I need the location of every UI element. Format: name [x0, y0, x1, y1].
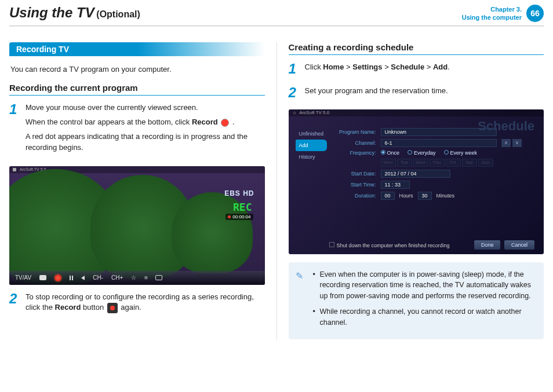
page-title: Using the TV (Optional): [9, 5, 140, 21]
caption-icon[interactable]: [155, 275, 162, 280]
step1-line2: When the control bar appears at the bott…: [26, 117, 265, 128]
ch-minus-button[interactable]: CH-: [93, 274, 103, 281]
step-body: Move your mouse over the currently viewe…: [26, 102, 265, 156]
note-item-1: Even when the computer is in power-savin…: [313, 269, 536, 302]
day-tue[interactable]: Tue: [397, 159, 412, 167]
pause-icon[interactable]: [70, 276, 73, 280]
schedule-body: Unfinished Add History Program Name: Unk…: [296, 128, 535, 200]
subhead-recording-current: Recording the current program: [9, 83, 265, 96]
hours-label: Hours: [399, 193, 413, 199]
done-button[interactable]: Done: [474, 240, 501, 250]
rec-timer: 00:00:04: [225, 214, 253, 220]
subhead-schedule: Creating a recording schedule: [289, 42, 544, 55]
start-time-input[interactable]: 11 : 33: [381, 181, 410, 189]
duration-minutes-input[interactable]: 30: [418, 192, 432, 200]
day-sat[interactable]: Sat: [462, 159, 477, 167]
day-thu[interactable]: Thu: [430, 159, 445, 167]
record-label: Record: [192, 118, 218, 126]
step-number: 2: [289, 86, 299, 100]
schedule-form: Program Name: Unknown Channel: 6-1 ∧ ∨ F…: [333, 128, 535, 200]
channel-input[interactable]: 6-1: [381, 139, 497, 147]
schedule-screenshot: ⌂ ArcSoft TV 5.0 Schedule Unfinished Add…: [289, 109, 544, 254]
home-icon[interactable]: ⌂: [293, 110, 296, 115]
volume-icon[interactable]: [81, 276, 85, 280]
minutes-label: Minutes: [436, 193, 455, 199]
tvav-button[interactable]: TV/AV: [15, 274, 31, 281]
chapter-box: Chapter 3. Using the computer 66: [462, 5, 544, 22]
record-label: Record: [55, 303, 81, 312]
step2-text: To stop recording or to configure the re…: [26, 292, 265, 314]
label-program-name: Program Name:: [333, 129, 376, 135]
freq-once-radio[interactable]: Once: [381, 150, 400, 156]
duration-hours-input[interactable]: 00: [381, 192, 395, 200]
tv-screenshot: ArcSoft TV 5.0 EBS HD REC 00:00:04 TV/AV…: [9, 166, 265, 285]
right-step-2: 2 Set your program and the reservation t…: [289, 86, 544, 100]
page-header: Using the TV (Optional) Chapter 3. Using…: [0, 0, 553, 24]
right-step-1: 1 Click Home > Settings > Schedule > Add…: [289, 62, 544, 76]
page-number-badge: 66: [526, 5, 544, 22]
sched-app-label: ArcSoft TV 5.0: [299, 110, 329, 115]
freq-everyweek-radio[interactable]: Every week: [444, 150, 478, 156]
label-channel: Channel:: [333, 140, 376, 146]
rec-timer-value: 00:00:04: [232, 214, 250, 219]
step-body: To stop recording or to configure the re…: [26, 292, 265, 317]
schedule-sidebar: Unfinished Add History: [296, 128, 327, 200]
day-mon[interactable]: Mon: [381, 159, 396, 167]
step2-text: Set your program and the reservation tim…: [305, 86, 544, 97]
title-optional: (Optional): [96, 9, 140, 19]
ch-plus-button[interactable]: CH+: [111, 274, 123, 281]
days-row: Mon Tue Wed Thu Fri Sat Sun: [381, 159, 535, 167]
channel-down-icon[interactable]: ∨: [512, 139, 522, 147]
note-item-2: While recording a channel, you cannot re…: [313, 306, 536, 328]
right-column: Creating a recording schedule 1 Click Ho…: [289, 42, 544, 339]
home-icon[interactable]: [13, 168, 16, 171]
chapter-text: Chapter 3. Using the computer: [462, 5, 522, 22]
step-number: 1: [9, 102, 20, 156]
start-date-input[interactable]: 2012 / 07 / 04: [381, 170, 450, 178]
chapter-line2: Using the computer: [462, 13, 522, 21]
record-dot-icon: [221, 119, 229, 127]
camera-icon[interactable]: [39, 275, 46, 280]
shutdown-checkbox[interactable]: Shut down the computer when finished rec…: [329, 242, 450, 248]
day-fri[interactable]: Fri: [446, 159, 461, 167]
channel-watermark: EBS HD: [224, 189, 254, 197]
rec-indicator: REC: [233, 201, 252, 213]
content-columns: Recording TV You can record a TV program…: [0, 26, 553, 349]
step-body: Click Home > Settings > Schedule > Add.: [305, 62, 544, 76]
list-icon[interactable]: ≡: [144, 274, 147, 281]
column-divider: [276, 42, 277, 339]
note-icon: ✎: [296, 269, 303, 283]
label-start-time: Start Time:: [333, 182, 376, 188]
left-step-1: 1 Move your mouse over the currently vie…: [9, 102, 265, 156]
step-body: Set your program and the reservation tim…: [305, 86, 544, 100]
label-duration: Duration:: [333, 193, 376, 199]
schedule-heading: Schedule: [478, 119, 534, 134]
sched-titlebar: ⌂ ArcSoft TV 5.0: [289, 109, 544, 116]
star-icon[interactable]: ☆: [131, 274, 136, 281]
intro-text: You can record a TV program on your comp…: [10, 64, 265, 75]
day-sun[interactable]: Sun: [478, 159, 493, 167]
sidebar-item-add[interactable]: Add: [296, 140, 327, 151]
step1-line1: Move your mouse over the currently viewe…: [26, 102, 265, 113]
step1-text: Click Home > Settings > Schedule > Add.: [305, 62, 544, 73]
tv-control-bar: TV/AV CH- CH+ ☆ ≡: [9, 271, 265, 285]
rec-timer-dot-icon: [228, 215, 231, 218]
record-button-icon: [107, 303, 118, 313]
label-start-date: Start Date:: [333, 171, 376, 177]
label-frequency: Frequency:: [333, 150, 376, 156]
chapter-line1: Chapter 3.: [462, 5, 522, 13]
cancel-button[interactable]: Cancel: [504, 240, 534, 250]
step-number: 2: [9, 292, 20, 317]
step1-line3: A red dot appears indicating that a reco…: [26, 131, 265, 153]
left-column: Recording TV You can record a TV program…: [9, 42, 265, 339]
sidebar-item-unfinished[interactable]: Unfinished: [296, 128, 327, 140]
record-button[interactable]: [54, 274, 61, 281]
channel-up-icon[interactable]: ∧: [501, 139, 511, 147]
sidebar-item-history[interactable]: History: [296, 151, 327, 163]
schedule-footer: Shut down the computer when finished rec…: [329, 242, 535, 248]
day-wed[interactable]: Wed: [413, 159, 428, 167]
step-number: 1: [289, 62, 299, 76]
left-step-2: 2 To stop recording or to configure the …: [9, 292, 265, 317]
title-main: Using the TV: [9, 5, 94, 20]
freq-everyday-radio[interactable]: Everyday: [408, 150, 436, 156]
